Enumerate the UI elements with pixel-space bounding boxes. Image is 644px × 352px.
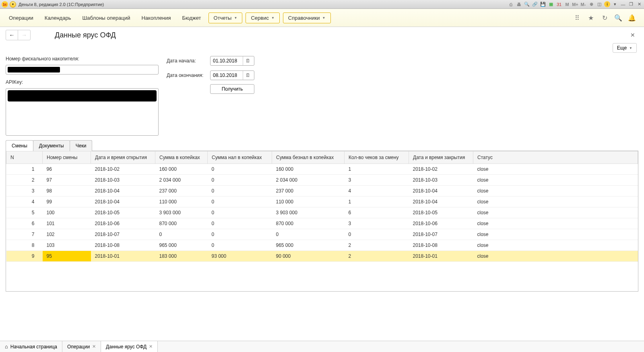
table-cell: 0: [272, 229, 345, 240]
minimize-icon[interactable]: —: [620, 1, 626, 8]
table-row[interactable]: 9952018-10-01183 00093 00090 00022018-10…: [6, 251, 638, 262]
toolbar-link-icon[interactable]: 🔗: [532, 1, 538, 8]
table-row[interactable]: 1962018-10-02160 0000160 00012018-10-02c…: [6, 164, 638, 175]
table-header[interactable]: Дата и время открытия: [91, 151, 155, 164]
table-cell: 1: [6, 164, 43, 175]
panel-icon[interactable]: ◫: [596, 1, 603, 8]
date-end-input[interactable]: 🗓: [210, 70, 254, 80]
table-cell: 870 000: [272, 218, 345, 229]
menu-reports-button[interactable]: Отчеты▼: [208, 12, 243, 23]
star-icon[interactable]: ★: [587, 14, 595, 22]
calendar-icon[interactable]: 🗓: [243, 71, 252, 80]
table-cell: 160 000: [155, 164, 208, 175]
table-cell: close: [473, 240, 638, 251]
maximize-icon[interactable]: ❐: [628, 1, 634, 8]
bell-icon[interactable]: 🔔: [628, 14, 636, 22]
table-cell: 0: [208, 240, 272, 251]
table-row[interactable]: 4992018-10-04110 0000110 00012018-10-04c…: [6, 197, 638, 207]
table-row[interactable]: 2972018-10-032 034 00002 034 00032018-10…: [6, 175, 638, 186]
table-cell: 237 000: [272, 186, 345, 197]
mem-m-button[interactable]: M: [564, 1, 570, 8]
menubar: Операции Календарь Шаблоны операций Нако…: [0, 9, 644, 27]
table-cell: close: [473, 175, 638, 186]
table-cell: 2018-10-06: [91, 218, 155, 229]
table-header[interactable]: Кол-во чеков за смену: [345, 151, 409, 164]
history-icon[interactable]: ↻: [601, 14, 609, 22]
toolbar-print-icon[interactable]: ⎙: [508, 1, 514, 8]
table-cell: 870 000: [155, 218, 208, 229]
mem-mplus-button[interactable]: M+: [572, 1, 578, 8]
caret-icon[interactable]: ▾: [612, 1, 618, 8]
table-cell: close: [473, 207, 638, 218]
table-cell: 93 000: [208, 251, 272, 262]
app-logo-icon: 1c: [2, 1, 8, 8]
nav-back-button[interactable]: ←: [6, 30, 18, 40]
table-cell: close: [473, 164, 638, 175]
table-cell: close: [473, 251, 638, 262]
table-cell: 4: [6, 197, 43, 207]
menu-calendar[interactable]: Календарь: [41, 12, 75, 23]
table-cell: 2018-10-04: [409, 197, 473, 207]
date-start-input[interactable]: 🗓: [210, 56, 254, 66]
table-cell: 3: [345, 218, 409, 229]
tab-documents[interactable]: Документы: [33, 140, 70, 151]
table-row[interactable]: 51002018-10-053 903 00003 903 00062018-1…: [6, 207, 638, 218]
menu-reference-button[interactable]: Справочники▼: [283, 12, 331, 23]
close-window-icon[interactable]: ✕: [636, 1, 642, 8]
nav-forward-button[interactable]: →: [18, 30, 30, 40]
table-cell: 0: [208, 186, 272, 197]
table-header[interactable]: Сумма безнал в копейках: [272, 151, 345, 164]
table-cell: 2018-10-05: [91, 207, 155, 218]
date-end-label: Дата окончания:: [167, 72, 207, 78]
table-row[interactable]: 3982018-10-04237 0000237 00042018-10-04c…: [6, 186, 638, 197]
get-button[interactable]: Получить: [210, 84, 254, 94]
table-container[interactable]: NНомер сменыДата и время открытияСумма в…: [6, 151, 638, 292]
menu-budget[interactable]: Бюджет: [178, 12, 205, 23]
table-header[interactable]: N: [6, 151, 43, 164]
apps-icon[interactable]: ⠿: [573, 14, 581, 22]
table-header[interactable]: Сумма в копейках: [155, 151, 208, 164]
calendar-icon[interactable]: 🗓: [243, 56, 252, 65]
date-start-field[interactable]: [211, 58, 243, 64]
tab-shifts[interactable]: Смены: [6, 140, 33, 151]
toolbar-save-icon[interactable]: 💾: [540, 1, 546, 8]
menu-templates[interactable]: Шаблоны операций: [78, 12, 134, 23]
table-row[interactable]: 61012018-10-06870 0000870 00032018-10-06…: [6, 218, 638, 229]
fiscal-number-input[interactable]: [6, 65, 159, 75]
date-end-field[interactable]: [211, 72, 243, 78]
toolbar-calc-icon[interactable]: ▦: [548, 1, 554, 8]
toolbar-calendar-icon[interactable]: 31: [556, 1, 562, 8]
table-header[interactable]: Сумма нал в копейках: [208, 151, 272, 164]
close-page-icon[interactable]: ✕: [627, 30, 638, 40]
table-header[interactable]: Номер смены: [43, 151, 91, 164]
table-header[interactable]: Дата и время закрытия: [409, 151, 473, 164]
app-menu-dropdown-icon[interactable]: ▾: [10, 1, 16, 8]
table-cell: 4: [345, 186, 409, 197]
menu-service-button[interactable]: Сервис▼: [246, 12, 279, 23]
apikey-input[interactable]: [6, 88, 159, 136]
table-row[interactable]: 71022018-10-0700002018-10-07close: [6, 229, 638, 240]
toolbar-printer-icon[interactable]: 🖶: [516, 1, 522, 8]
table-cell: 0: [208, 164, 272, 175]
info-icon[interactable]: i: [604, 1, 610, 7]
search-icon[interactable]: 🔍: [614, 14, 622, 22]
menu-savings[interactable]: Накопления: [137, 12, 175, 23]
mem-mminus-button[interactable]: M-: [580, 1, 586, 8]
table-cell: 95: [43, 251, 91, 262]
table-cell: 100: [43, 207, 91, 218]
table-cell: 2018-10-07: [91, 229, 155, 240]
window-title: Деньги 8, редакция 2.0 (1С:Предприятие): [19, 2, 104, 7]
table-cell: 0: [208, 218, 272, 229]
table-cell: 2018-10-05: [409, 207, 473, 218]
menu-operations[interactable]: Операции: [5, 12, 37, 23]
table-cell: 7: [6, 229, 43, 240]
table-cell: 97: [43, 175, 91, 186]
tab-checks[interactable]: Чеки: [70, 140, 93, 151]
more-button[interactable]: Еще▼: [613, 43, 637, 53]
table-row[interactable]: 81032018-10-08965 0000965 00022018-10-08…: [6, 240, 638, 251]
table-header[interactable]: Статус: [473, 151, 638, 164]
table-cell: 3: [6, 186, 43, 197]
toolbar-search-icon[interactable]: 🔍: [524, 1, 530, 8]
zoom-icon[interactable]: ⊕: [588, 1, 594, 8]
table-cell: 237 000: [155, 186, 208, 197]
